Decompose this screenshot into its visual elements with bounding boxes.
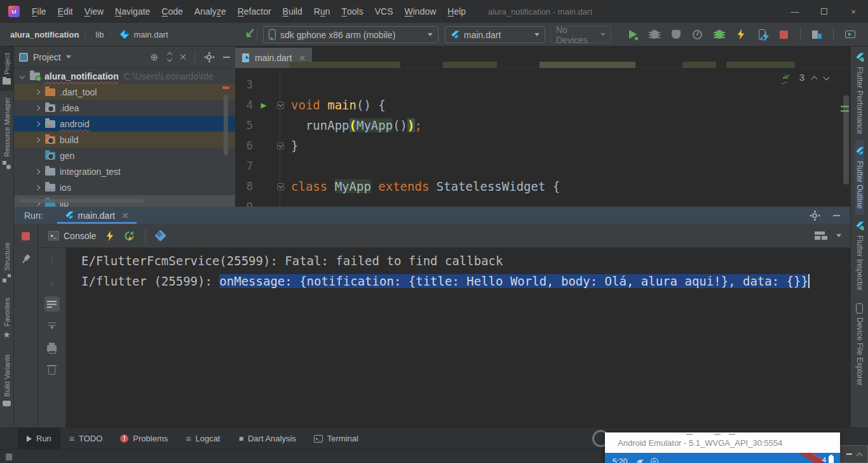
breadcrumb-project[interactable]: alura_notification <box>10 30 79 39</box>
project-panel-title[interactable]: Project <box>33 52 61 62</box>
tool-window-tab-todo[interactable]: ≡TODO <box>60 428 112 449</box>
hide-panel-icon[interactable] <box>223 57 230 58</box>
sidebar-item-favorites[interactable]: Favorites★ <box>0 291 13 345</box>
code-line[interactable]: 7 <box>235 156 850 176</box>
menu-view[interactable]: View <box>79 0 109 23</box>
flutter-hot-reload-icon[interactable] <box>735 29 746 40</box>
debug-icon[interactable] <box>649 29 660 40</box>
code-line[interactable]: 9 <box>235 197 850 207</box>
tree-item-dart_tool[interactable]: .dart_tool <box>14 84 235 100</box>
next-problem-icon[interactable] <box>824 74 830 81</box>
target-device-selector[interactable]: No Devices <box>550 26 611 43</box>
open-devtools-icon[interactable] <box>156 231 165 240</box>
code-line[interactable]: 3 <box>235 74 850 95</box>
sidebar-item-flutter-inspector[interactable]: Flutter Inspector <box>855 215 864 297</box>
sidebar-item-device-file-explorer[interactable]: Device File Explorer <box>855 297 864 392</box>
menu-navigate[interactable]: Navigate <box>109 0 156 23</box>
select-opened-file-icon[interactable]: ⊕ <box>150 52 158 62</box>
tree-item-integration_test[interactable]: integration_test <box>14 163 235 179</box>
code-line[interactable]: 8class MyApp extends StatelessWidget { <box>235 176 850 197</box>
tree-chevron-icon[interactable] <box>35 184 40 190</box>
run-tab-main-dart[interactable]: main.dart ✕ <box>57 207 137 224</box>
down-arrow-icon[interactable]: ↓ <box>44 274 60 289</box>
emulator-side-toolbar[interactable] <box>840 445 868 463</box>
run-line-icon[interactable]: ▶▶ <box>261 100 262 110</box>
breadcrumb-file[interactable]: main.dart <box>133 30 168 39</box>
print-icon[interactable] <box>44 341 60 356</box>
flutter-hot-restart-icon[interactable] <box>757 29 768 40</box>
tool-window-tab-run[interactable]: Run <box>18 428 60 449</box>
inspections-widget[interactable]: ✓✓ 3 <box>782 72 829 83</box>
tree-item-gen[interactable]: gen <box>14 148 235 163</box>
tool-window-tab-logcat[interactable]: ≡Logcat <box>177 428 229 449</box>
sidebar-item-structure[interactable]: Structure <box>0 236 13 289</box>
tree-horizontal-scrollbar[interactable] <box>19 199 144 203</box>
attach-debugger-icon[interactable] <box>714 29 724 40</box>
menu-tools[interactable]: Tools <box>336 0 369 23</box>
close-button[interactable]: × <box>839 0 868 23</box>
tree-item-alura_notification[interactable]: alura_notificationC:\Users\Leonardo\Ide <box>14 68 235 84</box>
fold-marker-icon[interactable] <box>277 183 284 190</box>
menu-vcs[interactable]: VCS <box>369 0 399 23</box>
close-tab-icon[interactable]: ✕ <box>121 211 129 221</box>
chevron-down-icon[interactable] <box>836 234 841 237</box>
restore-layout-icon[interactable] <box>815 232 825 240</box>
chevron-down-icon[interactable] <box>66 55 71 59</box>
hot-reload-icon[interactable] <box>106 231 114 241</box>
expand-all-icon[interactable] <box>168 53 172 61</box>
scroll-to-end-icon[interactable] <box>44 319 60 334</box>
tree-chevron-icon[interactable] <box>35 137 40 142</box>
menu-edit[interactable]: Edit <box>52 0 79 23</box>
tree-item-idea[interactable]: .idea <box>14 100 235 116</box>
tree-chevron-icon[interactable] <box>35 169 40 174</box>
menu-window[interactable]: Window <box>399 0 442 23</box>
menu-code[interactable]: Code <box>156 0 188 23</box>
run-with-coverage-icon[interactable] <box>670 29 681 40</box>
minimize-button[interactable]: — <box>780 0 810 23</box>
emulator-minimize-icon[interactable] <box>846 453 852 455</box>
run-config-selector[interactable]: main.dart <box>445 26 545 43</box>
tool-window-tab-dart-analysis[interactable]: ◆Dart Analysis <box>229 428 305 449</box>
emulator-title-bar[interactable]: Android Emulator - 5.1_WVGA_API_30:5554 <box>605 432 840 453</box>
device-manager-icon[interactable] <box>811 29 822 40</box>
code-line[interactable]: 6} <box>235 135 850 156</box>
menu-analyze[interactable]: Analyze <box>189 0 232 23</box>
tree-chevron-icon[interactable] <box>35 121 40 126</box>
prev-problem-icon[interactable] <box>811 76 818 82</box>
fold-marker-icon[interactable] <box>277 102 284 109</box>
sidebar-item-flutter-outline[interactable]: Flutter Outline <box>855 141 864 215</box>
profiler-icon[interactable] <box>692 29 703 40</box>
hide-panel-icon[interactable] <box>833 215 840 216</box>
fold-marker-icon[interactable] <box>277 142 284 149</box>
tree-chevron-icon[interactable] <box>20 73 25 78</box>
menu-file[interactable]: File <box>26 0 52 23</box>
stop-icon[interactable] <box>778 29 789 40</box>
sidebar-item-flutter-performance[interactable]: Flutter Performance <box>855 46 864 141</box>
soft-wrap-icon[interactable] <box>44 296 60 312</box>
device-selector[interactable]: sdk gphone x86 arm (mobile) <box>263 26 438 43</box>
tree-item-android[interactable]: android <box>14 116 235 132</box>
up-arrow-icon[interactable]: ↑ <box>44 252 60 267</box>
tree-chevron-icon[interactable] <box>35 105 40 110</box>
gear-icon[interactable] <box>205 53 214 62</box>
maximize-button[interactable] <box>810 0 839 23</box>
tree-vertical-scrollbar[interactable] <box>224 95 228 155</box>
stop-process-button[interactable] <box>22 232 30 240</box>
collapse-all-icon[interactable] <box>181 53 185 61</box>
tree-chevron-icon[interactable] <box>35 89 40 94</box>
console-output[interactable]: E/FlutterFcmService(25599): Fatal: faile… <box>66 248 850 427</box>
running-devices-icon[interactable] <box>844 29 855 40</box>
breadcrumb-lib[interactable]: lib <box>95 30 104 39</box>
run-icon[interactable] <box>627 29 638 40</box>
sidebar-item-build-variants[interactable]: Build Variants <box>0 348 13 413</box>
clear-console-icon[interactable] <box>44 363 60 378</box>
sidebar-item-resource-manager[interactable]: Resource Manager <box>0 91 13 176</box>
sidebar-item-project[interactable]: Project <box>0 46 13 91</box>
flutter-attach-icon[interactable] <box>243 28 255 39</box>
tree-item-ios[interactable]: ios <box>14 179 235 195</box>
hot-restart-icon[interactable] <box>124 231 135 241</box>
editor-scrollbar[interactable] <box>843 95 849 184</box>
code-line[interactable]: 4▶▶void main() { <box>235 95 850 115</box>
tool-window-switcher-icon[interactable]: ▦ <box>5 452 13 460</box>
tool-window-tab-problems[interactable]: !Problems <box>111 428 177 449</box>
